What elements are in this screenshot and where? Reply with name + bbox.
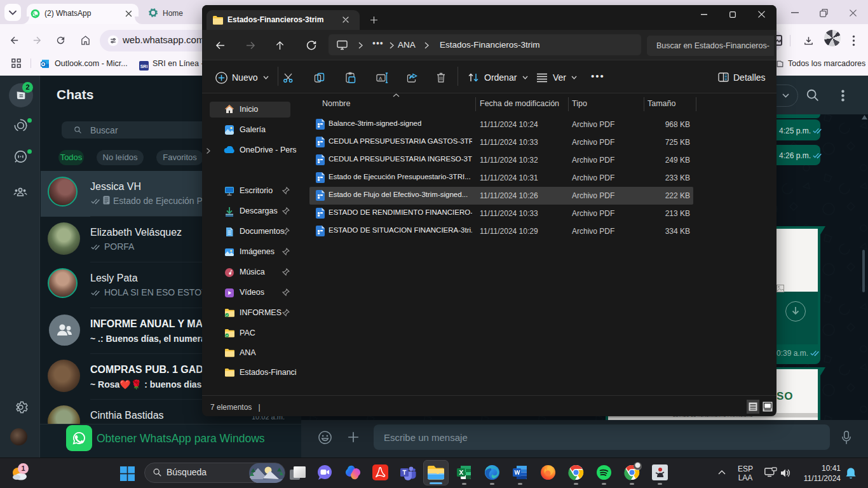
svg-text:A: A bbox=[379, 76, 383, 81]
svg-text:SRi: SRi bbox=[140, 64, 148, 69]
